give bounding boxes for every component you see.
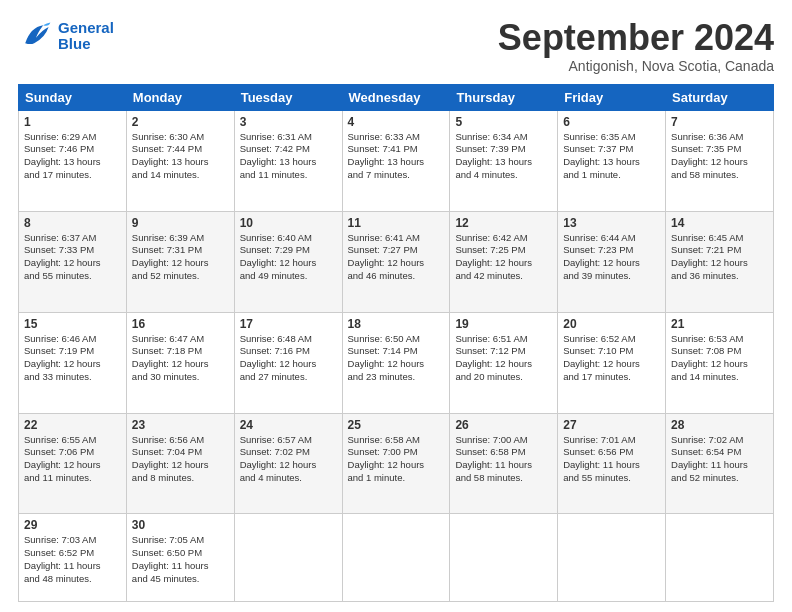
sunset-text: Sunset: 7:16 PM xyxy=(240,345,337,358)
daylight-text: and 30 minutes. xyxy=(132,371,229,384)
sunrise-text: Sunrise: 6:55 AM xyxy=(24,434,121,447)
daylight-text: Daylight: 13 hours xyxy=(132,156,229,169)
table-row: 21Sunrise: 6:53 AMSunset: 7:08 PMDayligh… xyxy=(666,312,774,413)
table-row: 29Sunrise: 7:03 AMSunset: 6:52 PMDayligh… xyxy=(19,514,127,602)
daylight-text: and 45 minutes. xyxy=(132,573,229,586)
col-wednesday: Wednesday xyxy=(342,84,450,110)
header-row: Sunday Monday Tuesday Wednesday Thursday… xyxy=(19,84,774,110)
sunset-text: Sunset: 7:27 PM xyxy=(348,244,445,257)
logo: General Blue xyxy=(18,18,114,54)
table-row: 2Sunrise: 6:30 AMSunset: 7:44 PMDaylight… xyxy=(126,110,234,211)
title-area: September 2024 Antigonish, Nova Scotia, … xyxy=(498,18,774,74)
day-number: 16 xyxy=(132,317,229,331)
daylight-text: and 8 minutes. xyxy=(132,472,229,485)
table-row xyxy=(450,514,558,602)
sunset-text: Sunset: 7:18 PM xyxy=(132,345,229,358)
sunrise-text: Sunrise: 6:44 AM xyxy=(563,232,660,245)
daylight-text: and 1 minute. xyxy=(563,169,660,182)
daylight-text: and 14 minutes. xyxy=(132,169,229,182)
table-row: 8Sunrise: 6:37 AMSunset: 7:33 PMDaylight… xyxy=(19,211,127,312)
daylight-text: Daylight: 12 hours xyxy=(24,459,121,472)
day-number: 4 xyxy=(348,115,445,129)
table-row: 25Sunrise: 6:58 AMSunset: 7:00 PMDayligh… xyxy=(342,413,450,514)
table-row: 24Sunrise: 6:57 AMSunset: 7:02 PMDayligh… xyxy=(234,413,342,514)
sunrise-text: Sunrise: 7:00 AM xyxy=(455,434,552,447)
sunset-text: Sunset: 7:08 PM xyxy=(671,345,768,358)
logo-text: General Blue xyxy=(58,20,114,53)
daylight-text: and 33 minutes. xyxy=(24,371,121,384)
daylight-text: Daylight: 13 hours xyxy=(455,156,552,169)
sunset-text: Sunset: 7:35 PM xyxy=(671,143,768,156)
sunset-text: Sunset: 7:31 PM xyxy=(132,244,229,257)
daylight-text: Daylight: 13 hours xyxy=(24,156,121,169)
sunrise-text: Sunrise: 6:57 AM xyxy=(240,434,337,447)
table-row: 10Sunrise: 6:40 AMSunset: 7:29 PMDayligh… xyxy=(234,211,342,312)
daylight-text: and 58 minutes. xyxy=(455,472,552,485)
day-number: 24 xyxy=(240,418,337,432)
sunrise-text: Sunrise: 6:36 AM xyxy=(671,131,768,144)
logo-line2: Blue xyxy=(58,35,91,52)
table-row xyxy=(342,514,450,602)
daylight-text: Daylight: 12 hours xyxy=(240,459,337,472)
day-number: 15 xyxy=(24,317,121,331)
daylight-text: and 14 minutes. xyxy=(671,371,768,384)
day-number: 21 xyxy=(671,317,768,331)
sunset-text: Sunset: 6:58 PM xyxy=(455,446,552,459)
sunset-text: Sunset: 6:54 PM xyxy=(671,446,768,459)
day-number: 28 xyxy=(671,418,768,432)
month-title: September 2024 xyxy=(498,18,774,58)
daylight-text: and 4 minutes. xyxy=(455,169,552,182)
daylight-text: Daylight: 12 hours xyxy=(240,358,337,371)
daylight-text: Daylight: 12 hours xyxy=(240,257,337,270)
daylight-text: Daylight: 12 hours xyxy=(563,257,660,270)
table-row: 19Sunrise: 6:51 AMSunset: 7:12 PMDayligh… xyxy=(450,312,558,413)
sunrise-text: Sunrise: 6:58 AM xyxy=(348,434,445,447)
sunset-text: Sunset: 7:29 PM xyxy=(240,244,337,257)
daylight-text: Daylight: 12 hours xyxy=(348,358,445,371)
table-row: 15Sunrise: 6:46 AMSunset: 7:19 PMDayligh… xyxy=(19,312,127,413)
sunset-text: Sunset: 7:02 PM xyxy=(240,446,337,459)
daylight-text: and 52 minutes. xyxy=(671,472,768,485)
calendar: Sunday Monday Tuesday Wednesday Thursday… xyxy=(18,84,774,602)
daylight-text: and 52 minutes. xyxy=(132,270,229,283)
table-row: 5Sunrise: 6:34 AMSunset: 7:39 PMDaylight… xyxy=(450,110,558,211)
table-row: 26Sunrise: 7:00 AMSunset: 6:58 PMDayligh… xyxy=(450,413,558,514)
table-row: 20Sunrise: 6:52 AMSunset: 7:10 PMDayligh… xyxy=(558,312,666,413)
sunset-text: Sunset: 7:46 PM xyxy=(24,143,121,156)
daylight-text: and 4 minutes. xyxy=(240,472,337,485)
table-row: 11Sunrise: 6:41 AMSunset: 7:27 PMDayligh… xyxy=(342,211,450,312)
daylight-text: and 20 minutes. xyxy=(455,371,552,384)
day-number: 14 xyxy=(671,216,768,230)
day-number: 12 xyxy=(455,216,552,230)
table-row: 14Sunrise: 6:45 AMSunset: 7:21 PMDayligh… xyxy=(666,211,774,312)
sunrise-text: Sunrise: 6:50 AM xyxy=(348,333,445,346)
sunset-text: Sunset: 7:37 PM xyxy=(563,143,660,156)
daylight-text: and 39 minutes. xyxy=(563,270,660,283)
daylight-text: and 46 minutes. xyxy=(348,270,445,283)
daylight-text: and 36 minutes. xyxy=(671,270,768,283)
day-number: 11 xyxy=(348,216,445,230)
day-number: 19 xyxy=(455,317,552,331)
daylight-text: and 27 minutes. xyxy=(240,371,337,384)
col-tuesday: Tuesday xyxy=(234,84,342,110)
sunrise-text: Sunrise: 6:42 AM xyxy=(455,232,552,245)
col-friday: Friday xyxy=(558,84,666,110)
day-number: 2 xyxy=(132,115,229,129)
daylight-text: Daylight: 12 hours xyxy=(132,358,229,371)
daylight-text: Daylight: 12 hours xyxy=(24,257,121,270)
day-number: 22 xyxy=(24,418,121,432)
sunrise-text: Sunrise: 7:01 AM xyxy=(563,434,660,447)
daylight-text: and 17 minutes. xyxy=(563,371,660,384)
daylight-text: Daylight: 12 hours xyxy=(132,459,229,472)
table-row xyxy=(666,514,774,602)
daylight-text: Daylight: 12 hours xyxy=(132,257,229,270)
sunrise-text: Sunrise: 6:37 AM xyxy=(24,232,121,245)
table-row: 16Sunrise: 6:47 AMSunset: 7:18 PMDayligh… xyxy=(126,312,234,413)
daylight-text: Daylight: 12 hours xyxy=(671,257,768,270)
day-number: 10 xyxy=(240,216,337,230)
sunrise-text: Sunrise: 6:35 AM xyxy=(563,131,660,144)
daylight-text: Daylight: 11 hours xyxy=(455,459,552,472)
table-row: 6Sunrise: 6:35 AMSunset: 7:37 PMDaylight… xyxy=(558,110,666,211)
daylight-text: and 42 minutes. xyxy=(455,270,552,283)
daylight-text: Daylight: 12 hours xyxy=(671,156,768,169)
